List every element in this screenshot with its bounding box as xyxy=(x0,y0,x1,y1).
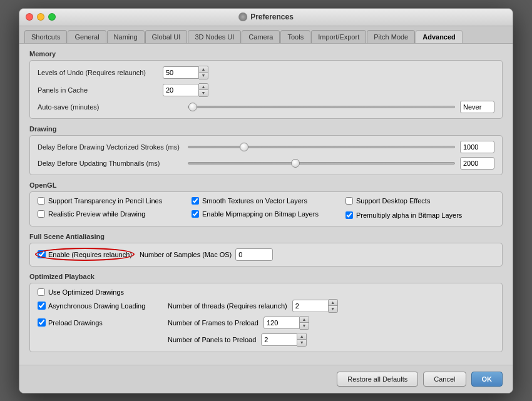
opengl-item-1: Smooth Textures on Vector Layers xyxy=(192,197,340,205)
frames-input-group: ▲ ▼ xyxy=(263,316,309,330)
cache-row: Panels in Cache ▲ ▼ xyxy=(38,83,494,97)
tab-naming[interactable]: Naming xyxy=(107,30,145,43)
window-title: Preferences xyxy=(238,13,294,21)
opengl-box: Support Transparency in Pencil Lines Smo… xyxy=(29,191,503,226)
delay-thumbnails-row: Delay Before Updating Thumbnails (ms) 20… xyxy=(38,157,494,170)
undo-label: Levels of Undo (Requires relaunch) xyxy=(38,69,163,76)
opengl-checkbox-0[interactable] xyxy=(38,197,45,205)
opengl-item-2-label: Support Desktop Effects xyxy=(356,197,430,205)
panels-label: Number of Panels to Preload xyxy=(168,336,256,343)
fsaa-samples-label: Number of Samples (Mac OS) xyxy=(140,251,232,258)
delay-thumbnails-label: Delay Before Updating Thumbnails (ms) xyxy=(38,160,188,167)
tabs-bar: Shortcuts General Naming Global UI 3D No… xyxy=(19,26,513,44)
frames-down[interactable]: ▼ xyxy=(300,323,309,329)
preload-checkbox[interactable] xyxy=(38,318,46,327)
cancel-button[interactable]: Cancel xyxy=(423,372,466,387)
ok-button[interactable]: OK xyxy=(471,372,503,387)
close-button[interactable] xyxy=(26,13,33,21)
frames-input[interactable] xyxy=(263,317,300,329)
optimized-label: Optimized Playback xyxy=(29,273,503,280)
use-optimized-label: Use Optimized Drawings xyxy=(48,288,124,296)
fsaa-enable-checkbox[interactable] xyxy=(38,250,46,258)
undo-up[interactable]: ▲ xyxy=(199,66,208,73)
autosave-slider[interactable] xyxy=(188,106,455,108)
tab-general[interactable]: General xyxy=(68,30,106,43)
drawing-label: Drawing xyxy=(29,125,503,133)
async-checkbox[interactable] xyxy=(38,302,46,310)
fsaa-enable-group: Enable (Requires relaunch) xyxy=(38,250,132,258)
opengl-item-5: Premultiply alpha in Bitmap Layers xyxy=(345,210,494,221)
optimized-box: Use Optimized Drawings Asynchronous Draw… xyxy=(29,283,503,352)
fsaa-samples-input[interactable] xyxy=(235,248,273,261)
threads-down[interactable]: ▼ xyxy=(329,306,337,312)
autosave-label: Auto-save (minutes) xyxy=(38,103,188,111)
opengl-checkbox-5[interactable] xyxy=(345,211,353,219)
cache-up[interactable]: ▲ xyxy=(199,84,208,90)
delay-thumbnails-slider[interactable] xyxy=(188,162,455,165)
tab-import-export[interactable]: Import/Export xyxy=(311,30,366,43)
async-row: Asynchronous Drawing Loading Number of t… xyxy=(38,299,494,313)
content-area: Memory Levels of Undo (Requires relaunch… xyxy=(19,44,513,365)
opengl-checkbox-2[interactable] xyxy=(345,197,353,205)
drawing-section: Drawing Delay Before Drawing Vectorized … xyxy=(29,125,503,175)
maximize-button[interactable] xyxy=(48,13,56,21)
cache-input[interactable] xyxy=(163,84,199,96)
async-checkbox-group: Asynchronous Drawing Loading xyxy=(38,302,163,310)
tab-advanced[interactable]: Advanced xyxy=(416,30,463,43)
panels-input[interactable] xyxy=(261,333,297,346)
opengl-label: OpenGL xyxy=(29,181,503,189)
use-optimized-checkbox[interactable] xyxy=(38,288,45,296)
autosave-row: Auto-save (minutes) Never xyxy=(38,101,494,113)
threads-up[interactable]: ▲ xyxy=(329,300,337,306)
fsaa-enable-label: Enable (Requires relaunch) xyxy=(48,251,132,258)
cache-label: Panels in Cache xyxy=(38,86,163,94)
preload-row: Preload Drawings Number of Frames to Pre… xyxy=(38,316,494,330)
minimize-button[interactable] xyxy=(37,13,44,21)
threads-input-group: ▲ ▼ xyxy=(292,299,338,313)
undo-down[interactable]: ▼ xyxy=(199,73,208,79)
panels-up[interactable]: ▲ xyxy=(297,333,306,340)
opengl-checkbox-4[interactable] xyxy=(192,210,199,218)
opengl-item-1-label: Smooth Textures on Vector Layers xyxy=(202,197,307,205)
autosave-slider-container xyxy=(188,102,455,112)
opengl-checkbox-1[interactable] xyxy=(192,197,199,205)
panels-spinner: ▲ ▼ xyxy=(297,333,307,347)
use-optimized-row: Use Optimized Drawings xyxy=(38,288,494,296)
delay-vectorized-row: Delay Before Drawing Vectorized Strokes … xyxy=(38,141,494,153)
tab-shortcuts[interactable]: Shortcuts xyxy=(24,30,67,43)
drawing-box: Delay Before Drawing Vectorized Strokes … xyxy=(29,135,503,175)
frames-label: Number of Frames to Preload xyxy=(168,319,258,327)
cache-spinner: ▲ ▼ xyxy=(199,83,208,97)
fsaa-samples-group: Number of Samples (Mac OS) xyxy=(140,248,273,261)
undo-input[interactable] xyxy=(163,66,199,79)
opengl-item-2: Support Desktop Effects xyxy=(345,197,494,205)
threads-input[interactable] xyxy=(292,300,329,312)
tab-3d-nodes-ui[interactable]: 3D Nodes UI xyxy=(188,30,241,43)
cache-down[interactable]: ▼ xyxy=(199,90,208,96)
delay-vectorized-slider-container xyxy=(188,142,455,152)
memory-box: Levels of Undo (Requires relaunch) ▲ ▼ P… xyxy=(29,60,503,119)
tab-global-ui[interactable]: Global UI xyxy=(145,30,188,43)
tab-pitch-mode[interactable]: Pitch Mode xyxy=(367,30,415,43)
preload-checkbox-group: Preload Drawings xyxy=(38,318,163,327)
opengl-item-3-label: Realistic Preview while Drawing xyxy=(48,210,145,218)
fsaa-label: Full Scene Antialiasing xyxy=(29,233,503,240)
tab-camera[interactable]: Camera xyxy=(242,30,280,43)
panels-down[interactable]: ▼ xyxy=(297,340,306,346)
delay-vectorized-slider[interactable] xyxy=(188,146,455,148)
tab-tools[interactable]: Tools xyxy=(280,30,310,43)
bottom-bar: Restore all Defaults Cancel OK xyxy=(19,365,513,393)
traffic-lights xyxy=(26,13,56,21)
fsaa-box: Enable (Requires relaunch) Number of Sam… xyxy=(29,243,503,266)
opengl-checkbox-3[interactable] xyxy=(38,210,45,218)
restore-defaults-button[interactable]: Restore all Defaults xyxy=(337,372,418,387)
opengl-item-4-label: Enable Mipmapping on Bitmap Layers xyxy=(202,210,319,218)
opengl-item-5-label: Premultiply alpha in Bitmap Layers xyxy=(356,211,462,219)
opengl-section: OpenGL Support Transparency in Pencil Li… xyxy=(29,181,503,226)
fsaa-section: Full Scene Antialiasing Enable (Requires… xyxy=(29,233,503,266)
fsaa-row: Enable (Requires relaunch) Number of Sam… xyxy=(38,248,494,261)
frames-up[interactable]: ▲ xyxy=(300,317,309,323)
settings-icon xyxy=(238,13,247,21)
opengl-item-0: Support Transparency in Pencil Lines xyxy=(38,197,187,205)
delay-thumbnails-value: 2000 xyxy=(460,157,494,170)
